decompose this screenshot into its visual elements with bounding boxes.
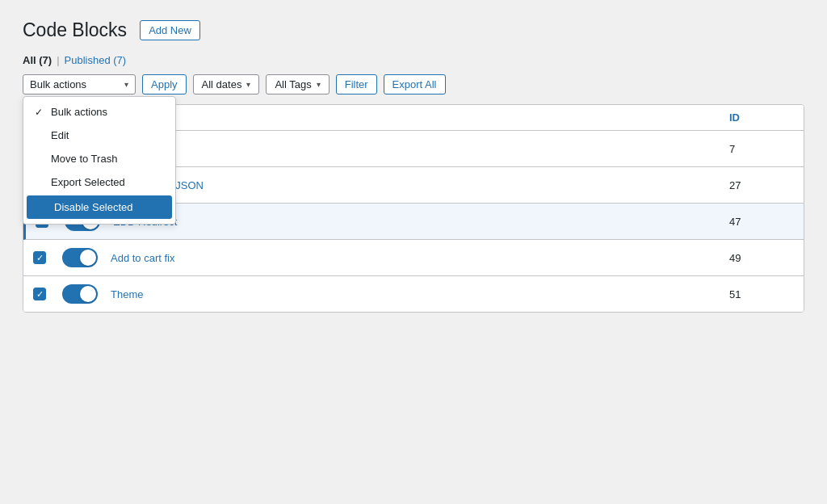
dropdown-label-edit: Edit [51,129,69,141]
dropdown-label-move-to-trash: Move to Trash [51,153,117,165]
all-tags-label: All Tags [275,78,311,90]
row-title-2[interactable]: Load Winden JSON [111,179,729,191]
export-all-button[interactable]: Export All [384,74,446,94]
all-dates-label: All dates [202,78,242,90]
row-title-5[interactable]: Theme [111,288,729,300]
row-checkbox-4[interactable] [33,251,46,264]
filter-all[interactable]: All (7) [23,54,52,66]
row-title-3[interactable]: EDD Redirect [113,216,729,228]
add-new-button[interactable]: Add New [140,20,200,40]
dropdown-item-bulk-actions[interactable]: ✓ Bulk actions [23,100,175,124]
page-header: Code Blocks Add New [23,19,804,41]
row-title-1[interactable]: Custom menu [111,143,729,155]
tags-chevron-icon: ▾ [317,80,321,89]
col-header-title: Title [111,111,729,124]
view-filters: All (7) | Published (7) [23,54,804,66]
toggle-knob-5 [80,286,96,302]
table-row: Add to cart fix 49 [23,240,804,276]
dropdown-item-move-to-trash[interactable]: Move to Trash [23,147,175,170]
bulk-actions-select[interactable]: Bulk actions ▾ [23,74,136,94]
row-id-2: 27 [729,179,794,191]
dates-chevron-icon: ▾ [246,80,250,89]
dropdown-item-export-selected[interactable]: Export Selected [23,170,175,194]
row-title-4[interactable]: Add to cart fix [111,252,729,264]
bulk-actions-label: Bulk actions [30,78,86,90]
row-toggle-5[interactable] [62,284,98,304]
row-checkbox-5[interactable] [33,288,46,300]
filter-button[interactable]: Filter [336,74,377,94]
page-title: Code Blocks [23,19,127,41]
dropdown-item-edit[interactable]: Edit [23,124,175,147]
row-id-3: 47 [729,216,794,228]
row-id-5: 51 [729,288,794,300]
bulk-actions-wrapper: Bulk actions ▾ ✓ Bulk actions Edit Move … [23,74,136,94]
chevron-down-icon: ▾ [124,80,128,89]
filter-published[interactable]: Published (7) [65,54,127,66]
dropdown-label-export-selected: Export Selected [51,176,125,188]
row-id-4: 49 [729,252,794,264]
row-id-1: 7 [729,143,794,155]
check-icon: ✓ [35,107,46,118]
toolbar: Bulk actions ▾ ✓ Bulk actions Edit Move … [23,74,804,94]
dropdown-item-disable-selected[interactable]: Disable Selected [27,195,172,219]
all-tags-select[interactable]: All Tags ▾ [266,74,329,94]
apply-button[interactable]: Apply [142,74,187,94]
toggle-knob-4 [80,250,96,266]
bulk-actions-dropdown: ✓ Bulk actions Edit Move to Trash Export… [23,96,176,225]
dropdown-label-disable-selected: Disable Selected [54,201,133,213]
dropdown-label-bulk-actions: Bulk actions [51,106,107,118]
row-toggle-4[interactable] [62,248,98,267]
table-row: Theme 51 [23,276,804,312]
all-dates-select[interactable]: All dates ▾ [193,74,260,94]
filter-separator: | [57,54,59,66]
col-header-id: ID [729,111,794,124]
